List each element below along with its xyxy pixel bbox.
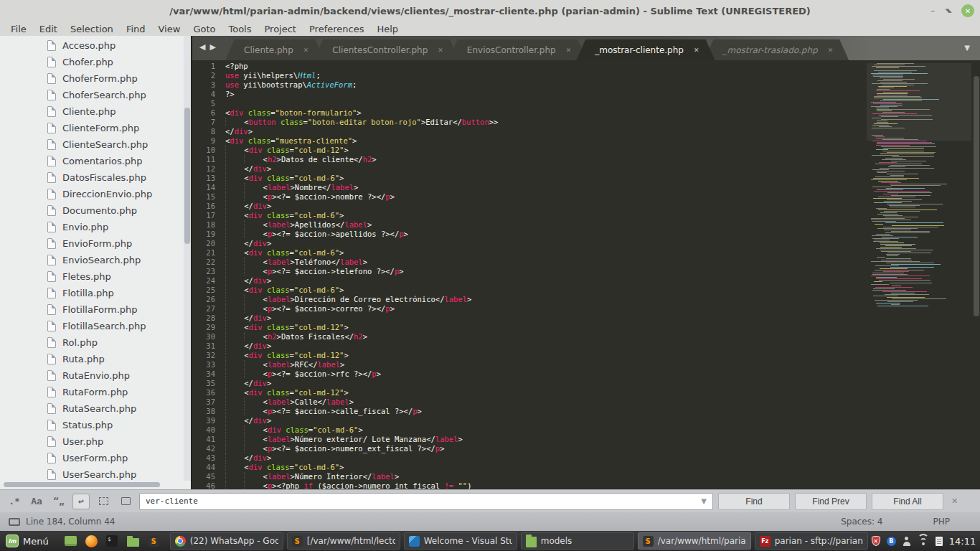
bluetooth-icon[interactable]: B — [887, 537, 896, 546]
launcher-firefox[interactable] — [85, 534, 98, 548]
clock[interactable]: 14:11 — [949, 536, 976, 547]
code-line: 17 <div class="col-md-6"> — [192, 211, 858, 220]
sidebar-file-rutaenvio[interactable]: RutaEnvio.php — [0, 367, 191, 384]
taskbar-window-filezilla[interactable]: Fzparian - sftp://parian... — [755, 532, 868, 550]
tab-_mostrar-cliente-php[interactable]: _mostrar-cliente.php✕ — [576, 39, 715, 60]
sidebar-file-choferform[interactable]: ChoferForm.php — [0, 70, 191, 87]
sidebar-file-userform[interactable]: UserForm.php — [0, 450, 191, 466]
tab-scroll-left-icon[interactable]: ◀ — [199, 42, 205, 52]
syntax-setting[interactable]: PHP — [933, 517, 951, 527]
find-prev-button[interactable]: Find Prev — [795, 493, 867, 510]
sidebar-file-documento[interactable]: Documento.php — [0, 202, 191, 219]
sidebar-file-rutaform[interactable]: RutaForm.php — [0, 384, 191, 400]
find-input[interactable] — [140, 496, 701, 506]
sidebar-file-flotilla[interactable]: Flotilla.php — [0, 285, 191, 301]
sidebar-file-comentarios[interactable]: Comentarios.php — [0, 153, 191, 169]
taskbar-window-vscode[interactable]: Welcome - Visual Stu... — [404, 532, 517, 550]
regex-toggle[interactable]: .* — [6, 494, 23, 509]
sidebar-file-status[interactable]: Status.php — [0, 417, 191, 433]
menu-preferences[interactable]: Preferences — [303, 24, 370, 34]
tab-Cliente-php[interactable]: Cliente.php✕ — [225, 39, 324, 60]
in-selection-toggle[interactable] — [95, 494, 112, 509]
file-document-icon — [47, 387, 56, 397]
launcher-files[interactable] — [126, 534, 140, 548]
taskbar-window-sublime[interactable]: S[/var/www/html/lecto... — [287, 532, 400, 550]
find-all-button[interactable]: Find All — [872, 493, 943, 510]
firewall-shield-icon[interactable]: ✕ — [872, 536, 880, 546]
editor-vscrollbar-thumb[interactable] — [974, 76, 979, 316]
menu-selection[interactable]: Selection — [64, 24, 120, 34]
line-number: 2 — [192, 71, 215, 80]
sidebar-file-direccionenvio[interactable]: DireccionEnvio.php — [0, 186, 191, 202]
launcher-show-desktop[interactable] — [64, 534, 77, 548]
clipboard-manager-icon[interactable] — [936, 537, 943, 546]
menu-view[interactable]: View — [152, 24, 187, 34]
sidebar-file-clientesearch[interactable]: ClienteSearch.php — [0, 136, 191, 153]
indent-setting[interactable]: Spaces: 4 — [841, 517, 882, 527]
tab-EnviosController-php[interactable]: EnviosController.php✕ — [448, 39, 587, 60]
panel-toggle-icon[interactable] — [9, 518, 20, 526]
sidebar-file-clienteform[interactable]: ClienteForm.php — [0, 120, 191, 136]
close-button[interactable]: ✕ — [961, 4, 974, 17]
menu-find[interactable]: Find — [120, 24, 152, 34]
taskbar-window-folder[interactable]: models — [521, 532, 634, 550]
file-label: Documento.php — [62, 205, 137, 216]
tab-close-icon[interactable]: ✕ — [828, 47, 834, 54]
sidebar-file-acceso[interactable]: Acceso.php — [0, 37, 191, 54]
sidebar-file-rol[interactable]: Rol.php — [0, 334, 191, 351]
sidebar-vscrollbar-track[interactable] — [184, 36, 191, 481]
file-label: Status.php — [62, 420, 113, 430]
menu-help[interactable]: Help — [370, 24, 405, 34]
tab-close-icon[interactable]: ✕ — [694, 47, 699, 54]
sidebar-file-fletes[interactable]: Fletes.php — [0, 268, 191, 285]
sidebar-file-ruta[interactable]: Ruta.php — [0, 351, 191, 367]
sidebar-file-rutasearch[interactable]: RutaSearch.php — [0, 400, 191, 417]
taskbar-window-sublime[interactable]: S/var/www/html/paria... — [638, 532, 751, 550]
network-wifi-icon[interactable] — [918, 537, 929, 545]
user-account-icon[interactable] — [903, 537, 911, 546]
sidebar-file-usersearch[interactable]: UserSearch.php — [0, 466, 191, 483]
tab-_mostrar-traslado-php[interactable]: _mostrar-traslado.php✕ — [705, 39, 849, 60]
tab-close-icon[interactable]: ✕ — [438, 47, 443, 54]
menu-tools[interactable]: Tools — [222, 24, 258, 34]
minimize-button[interactable]: – — [930, 6, 935, 16]
sidebar-file-chofersearch[interactable]: ChoferSearch.php — [0, 87, 191, 103]
mint-menu-button[interactable]: lm Menú — [3, 532, 55, 550]
find-panel-close-icon[interactable]: ✕ — [951, 496, 958, 506]
mint-logo-icon: lm — [6, 534, 19, 547]
whole-word-toggle[interactable]: “„ — [50, 494, 67, 509]
sidebar-file-datosfiscales[interactable]: DatosFiscales.php — [0, 169, 191, 186]
tab-scroll-right-icon[interactable]: ▶ — [209, 42, 215, 52]
line-number: 19 — [192, 230, 215, 239]
tab-close-icon[interactable]: ✕ — [303, 47, 309, 54]
sidebar-vscrollbar-thumb[interactable] — [184, 108, 190, 244]
launcher-sublime[interactable]: S — [147, 534, 161, 548]
minimap[interactable] — [867, 63, 971, 476]
sidebar-hscrollbar-thumb[interactable] — [4, 482, 160, 487]
menu-goto[interactable]: Goto — [187, 24, 222, 34]
sidebar-file-envio[interactable]: Envio.php — [0, 219, 191, 235]
wrap-toggle[interactable]: ↩ — [72, 494, 90, 509]
tab-close-icon[interactable]: ✕ — [566, 47, 572, 54]
code-area[interactable]: 1<?php2use yii\helpers\Html;3use yii\boo… — [192, 60, 980, 489]
launcher-terminal[interactable]: $ — [105, 534, 119, 548]
sidebar-file-cliente[interactable]: Cliente.php — [0, 103, 191, 120]
menu-project[interactable]: Project — [258, 24, 302, 34]
tab-list-dropdown-icon[interactable]: ▼ — [964, 44, 970, 52]
menu-file[interactable]: File — [4, 24, 33, 34]
find-button[interactable]: Find — [718, 493, 790, 510]
maximize-button[interactable]: ◥◣ — [945, 8, 951, 14]
taskbar-window-chrome[interactable]: (22) WhatsApp - Goo... — [170, 532, 283, 550]
sidebar-file-flotillasearch[interactable]: FlotillaSearch.php — [0, 318, 191, 334]
highlight-matches-toggle[interactable] — [117, 494, 134, 509]
tab-ClientesController-php[interactable]: ClientesController.php✕ — [314, 39, 459, 60]
find-history-dropdown-icon[interactable]: ▼ — [701, 497, 712, 505]
case-sensitive-toggle[interactable]: Aa — [28, 494, 45, 509]
vscode-icon — [409, 536, 420, 547]
sidebar-file-envioform[interactable]: EnvioForm.php — [0, 235, 191, 252]
menu-edit[interactable]: Edit — [33, 24, 64, 34]
sidebar-file-user[interactable]: User.php — [0, 433, 191, 450]
sidebar-file-enviosearch[interactable]: EnvioSearch.php — [0, 252, 191, 268]
sidebar-file-flotillaform[interactable]: FlotillaForm.php — [0, 301, 191, 318]
sidebar-file-chofer[interactable]: Chofer.php — [0, 54, 191, 70]
